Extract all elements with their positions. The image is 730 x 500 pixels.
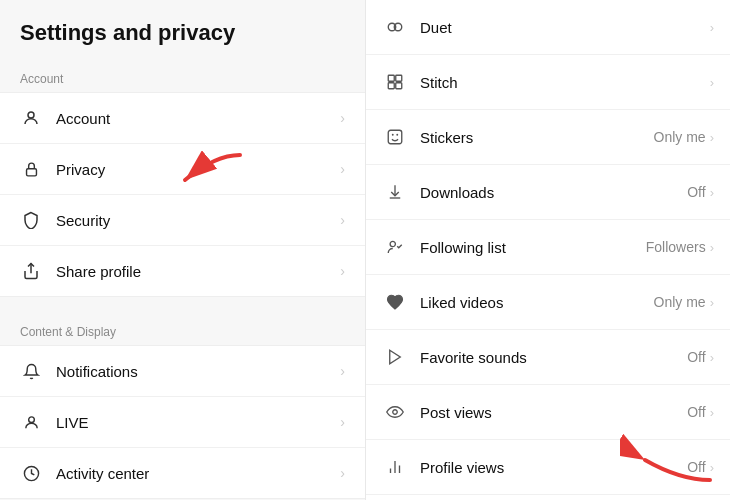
privacy-item-following-list[interactable]: Following list Followers › (366, 220, 730, 275)
privacy-item-downloads[interactable]: Downloads Off › (366, 165, 730, 220)
account-label: Account (56, 110, 340, 127)
account-chevron: › (340, 110, 345, 126)
privacy-item-duet[interactable]: Duet › (366, 0, 730, 55)
stitch-label: Stitch (420, 74, 706, 91)
duet-label: Duet (420, 19, 706, 36)
account-menu-list: Account › Privacy › Security › (0, 92, 365, 297)
section-label-content: Content & Display (0, 315, 365, 345)
following-list-label: Following list (420, 239, 646, 256)
favorite-sounds-icon (382, 344, 408, 370)
security-chevron: › (340, 212, 345, 228)
svg-point-0 (28, 112, 34, 118)
notifications-icon (20, 360, 42, 382)
profile-views-label: Profile views (420, 459, 687, 476)
privacy-items-list: Duet › Stitch › Stickers Only me (366, 0, 730, 500)
security-label: Security (56, 212, 340, 229)
privacy-item-post-views[interactable]: Post views Off › (366, 385, 730, 440)
downloads-value: Off (687, 184, 705, 200)
live-icon (20, 411, 42, 433)
profile-views-value: Off (687, 459, 705, 475)
following-list-icon (382, 234, 408, 260)
stickers-icon (382, 124, 408, 150)
section-label-account: Account (0, 62, 365, 92)
menu-item-share-profile[interactable]: Share profile › (0, 246, 365, 296)
privacy-item-liked-videos[interactable]: Liked videos Only me › (366, 275, 730, 330)
live-chevron: › (340, 414, 345, 430)
menu-item-live[interactable]: LIVE › (0, 397, 365, 448)
share-profile-chevron: › (340, 263, 345, 279)
stickers-value: Only me (654, 129, 706, 145)
svg-point-15 (390, 241, 395, 246)
downloads-label: Downloads (420, 184, 687, 201)
privacy-item-favorite-sounds[interactable]: Favorite sounds Off › (366, 330, 730, 385)
post-views-icon (382, 399, 408, 425)
activity-center-label: Activity center (56, 465, 340, 482)
post-views-value: Off (687, 404, 705, 420)
privacy-item-stitch[interactable]: Stitch › (366, 55, 730, 110)
favorite-sounds-chevron: › (710, 350, 714, 365)
notifications-chevron: › (340, 363, 345, 379)
stickers-chevron: › (710, 130, 714, 145)
following-list-chevron: › (710, 240, 714, 255)
post-views-label: Post views (420, 404, 687, 421)
duet-chevron: › (710, 20, 714, 35)
menu-item-activity-center[interactable]: Activity center › (0, 448, 365, 498)
privacy-icon (20, 158, 42, 180)
post-views-chevron: › (710, 405, 714, 420)
downloads-icon (382, 179, 408, 205)
menu-item-security[interactable]: Security › (0, 195, 365, 246)
svg-rect-9 (396, 75, 402, 81)
menu-item-notifications[interactable]: Notifications › (0, 346, 365, 397)
account-icon (20, 107, 42, 129)
profile-views-chevron: › (710, 460, 714, 475)
privacy-settings-panel: Duet › Stitch › Stickers Only me (365, 0, 730, 500)
svg-marker-16 (390, 350, 401, 364)
following-list-value: Followers (646, 239, 706, 255)
svg-rect-12 (388, 130, 402, 144)
activity-center-chevron: › (340, 465, 345, 481)
notifications-label: Notifications (56, 363, 340, 380)
menu-item-account[interactable]: Account › (0, 93, 365, 144)
share-profile-icon (20, 260, 42, 282)
svg-point-17 (393, 410, 398, 415)
privacy-item-profile-views[interactable]: Profile views Off › (366, 440, 730, 495)
liked-videos-label: Liked videos (420, 294, 654, 311)
duet-icon (382, 14, 408, 40)
favorite-sounds-label: Favorite sounds (420, 349, 687, 366)
privacy-chevron: › (340, 161, 345, 177)
svg-rect-10 (388, 83, 394, 89)
svg-rect-11 (396, 83, 402, 89)
page-title: Settings and privacy (0, 20, 365, 62)
content-menu-list: Notifications › LIVE › Activity center › (0, 345, 365, 499)
privacy-item-blocked-accounts[interactable]: Blocked accounts › (366, 495, 730, 500)
share-profile-label: Share profile (56, 263, 340, 280)
downloads-chevron: › (710, 185, 714, 200)
svg-point-3 (28, 416, 34, 422)
svg-rect-8 (388, 75, 394, 81)
stitch-icon (382, 69, 408, 95)
stitch-chevron: › (710, 75, 714, 90)
stickers-label: Stickers (420, 129, 654, 146)
privacy-item-stickers[interactable]: Stickers Only me › (366, 110, 730, 165)
svg-rect-1 (26, 168, 36, 175)
activity-center-icon (20, 462, 42, 484)
profile-views-icon (382, 454, 408, 480)
menu-item-privacy[interactable]: Privacy › (0, 144, 365, 195)
favorite-sounds-value: Off (687, 349, 705, 365)
liked-videos-icon (382, 289, 408, 315)
liked-videos-chevron: › (710, 295, 714, 310)
privacy-label: Privacy (56, 161, 340, 178)
liked-videos-value: Only me (654, 294, 706, 310)
live-label: LIVE (56, 414, 340, 431)
security-icon (20, 209, 42, 231)
